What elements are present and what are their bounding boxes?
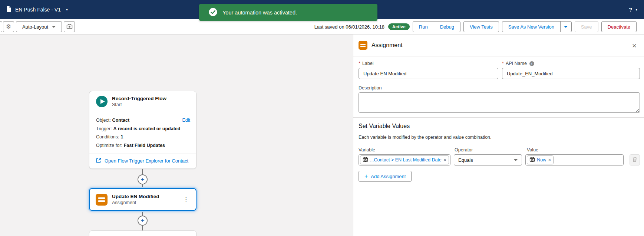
date-time-icon — [363, 157, 368, 163]
flow-title: EN Push False - V1 — [15, 7, 61, 13]
flow-start-icon — [96, 96, 108, 107]
success-check-icon — [209, 8, 217, 17]
start-node-title: Record-Triggered Flow — [112, 96, 166, 101]
toolbox-button-partial[interactable] — [0, 21, 2, 32]
close-icon[interactable]: × — [630, 41, 639, 50]
chevron-down-icon — [52, 26, 56, 28]
assignment-properties-panel: Assignment × * Label * API Name i Descri… — [353, 35, 644, 236]
operator-column-label: Operator — [455, 147, 524, 153]
flow-title-menu[interactable]: EN Push False - V1 ▾ — [7, 6, 68, 13]
info-icon[interactable]: i — [529, 61, 534, 66]
chevron-down-icon: ▾ — [635, 8, 637, 12]
remove-variable-icon[interactable]: × — [443, 157, 446, 163]
assignment-node-card[interactable]: Update EN Modified Assignment ⋮ — [89, 188, 196, 211]
settings-button[interactable]: ⚙ — [3, 21, 14, 32]
description-field[interactable] — [359, 92, 640, 113]
panel-title: Assignment — [371, 42, 403, 49]
label-field-label: * Label — [359, 61, 498, 66]
operator-selected-value: Equals — [458, 157, 473, 163]
value-input[interactable]: Now × — [525, 154, 624, 165]
add-element-button[interactable]: + — [138, 216, 148, 226]
delete-assignment-button[interactable] — [630, 154, 640, 165]
external-link-icon — [96, 158, 101, 164]
layout-select-label: Auto-Layout — [22, 24, 48, 30]
variable-input[interactable]: ...Contact > EN Last Modified Date × — [359, 154, 450, 165]
description-field-label: Description — [359, 85, 640, 91]
gear-icon: ⚙ — [6, 24, 11, 30]
value-column-label: Value — [527, 147, 626, 153]
save-button[interactable]: Save — [575, 21, 598, 32]
assignment-node-subtitle: Assignment — [112, 200, 159, 205]
assignment-icon — [96, 194, 108, 206]
help-menu[interactable]: ? ▾ — [629, 6, 637, 13]
chevron-down-icon — [564, 26, 568, 28]
assignment-node-title: Update EN Modified — [112, 194, 159, 199]
add-element-button[interactable]: + — [138, 174, 148, 184]
divider — [353, 117, 644, 118]
section-title: Set Variable Values — [359, 123, 640, 130]
section-helper-text: Each variable is modified by the operato… — [359, 135, 640, 140]
toolbar: ⚙ Auto-Layout Last saved on 06/01/2026, … — [0, 19, 644, 35]
add-assignment-button[interactable]: + Add Assignment — [359, 171, 412, 182]
status-badge: Active — [388, 23, 410, 30]
plus-icon: + — [364, 173, 368, 179]
view-tests-button[interactable]: View Tests — [463, 21, 499, 32]
flow-trigger-explorer-link[interactable]: Open Flow Trigger Explorer for Contact — [105, 158, 188, 164]
plus-icon: + — [141, 176, 145, 183]
remove-value-icon[interactable]: × — [548, 157, 551, 163]
deactivate-button[interactable]: Deactivate — [601, 21, 637, 32]
date-time-icon — [529, 157, 535, 163]
chevron-down-icon: ▾ — [66, 7, 68, 12]
document-icon — [7, 6, 11, 13]
success-toast: Your automation was activated. — [199, 4, 377, 21]
snapshot-button[interactable] — [64, 21, 75, 32]
node-menu-kebab-icon[interactable]: ⋮ — [181, 194, 191, 205]
debug-button[interactable]: Debug — [434, 21, 460, 32]
required-asterisk: * — [502, 61, 504, 66]
edit-link[interactable]: Edit — [182, 116, 190, 125]
toast-message: Your automation was activated. — [222, 10, 297, 16]
variable-column-label: Variable — [359, 147, 451, 153]
plus-icon: + — [141, 217, 145, 224]
detail-row-object: Object:Contact Edit — [96, 116, 190, 125]
chevron-down-icon — [514, 159, 518, 161]
run-button[interactable]: Run — [413, 21, 434, 32]
api-name-field-label: * API Name i — [502, 61, 640, 66]
trash-icon — [632, 157, 637, 163]
flow-canvas[interactable]: Record-Triggered Flow Start Object:Conta… — [0, 35, 353, 236]
label-field[interactable] — [359, 68, 498, 79]
assignment-icon — [359, 41, 367, 50]
help-icon: ? — [629, 6, 632, 13]
detail-row-optimize: Optimize for:Fast Field Updates — [96, 141, 190, 150]
start-node-subtitle: Start — [112, 102, 166, 107]
start-node-card[interactable]: Record-Triggered Flow Start Object:Conta… — [89, 91, 196, 169]
variable-pill-text: ...Contact > EN Last Modified Date — [370, 157, 442, 163]
save-options-dropdown-button[interactable] — [560, 21, 572, 32]
layout-select[interactable]: Auto-Layout — [16, 21, 62, 32]
save-as-new-version-button[interactable]: Save As New Version — [502, 21, 561, 32]
detail-row-conditions: Conditions:1 — [96, 133, 190, 141]
end-node-card[interactable]: End — [89, 230, 196, 236]
operator-select[interactable]: Equals — [454, 154, 522, 165]
api-name-field[interactable] — [502, 68, 640, 79]
camera-icon — [66, 24, 73, 30]
detail-row-trigger: Trigger:A record is created or updated — [96, 125, 190, 133]
required-asterisk: * — [359, 61, 360, 66]
value-pill-text: Now — [537, 157, 546, 163]
last-saved-text: Last saved on 06/01/2026, 10:18 — [314, 24, 384, 30]
